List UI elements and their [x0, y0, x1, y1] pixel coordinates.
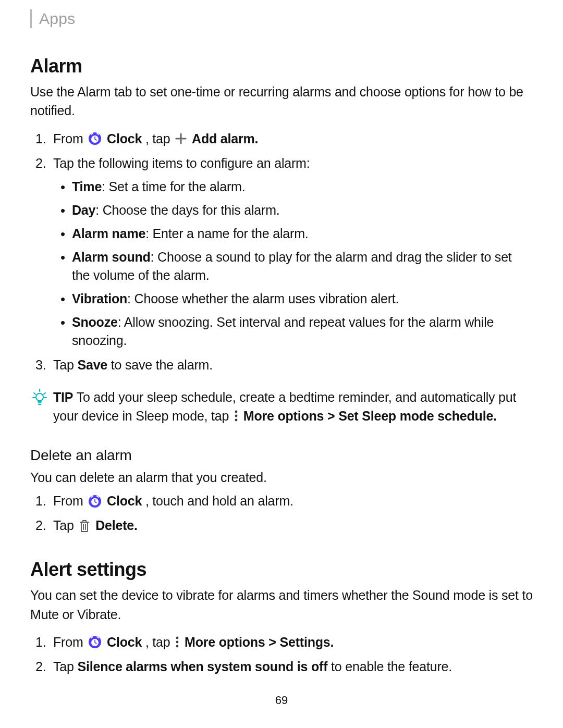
bullet-alarm-sound: Alarm sound: Choose a sound to play for … — [72, 248, 533, 285]
label: Vibration — [72, 291, 127, 306]
alarm-steps: From Clock , tap Add alarm. Tap t — [30, 130, 533, 374]
alarm-step-1: From Clock , tap Add alarm. — [53, 130, 533, 148]
text: , tap — [145, 131, 174, 146]
bullet-vibration: Vibration: Choose whether the alarm uses… — [72, 290, 533, 308]
text: Tap — [53, 659, 77, 674]
page-number: 69 — [0, 694, 563, 707]
label: Alarm name — [72, 226, 145, 241]
text: : Enter a name for the alarm. — [145, 226, 308, 241]
alarm-step-2: Tap the following items to configure an … — [53, 154, 533, 350]
text: From — [53, 131, 87, 146]
clock-label: Clock — [107, 131, 142, 146]
svg-point-13 — [176, 645, 179, 648]
bullet-snooze: Snooze: Allow snoozing. Set interval and… — [72, 313, 533, 350]
delete-alarm-steps: From Clock , touch and hold an alarm. Ta… — [30, 492, 533, 535]
text: From — [53, 493, 87, 508]
text: : Set a time for the alarm. — [102, 179, 245, 194]
alert-settings-steps: From Clock , tap More options > Setting — [30, 633, 533, 676]
more-options-label: More options > Settings. — [185, 635, 334, 649]
svg-point-12 — [176, 641, 179, 644]
delete-step-2: Tap Delete. — [53, 516, 533, 535]
svg-point-4 — [235, 411, 238, 413]
clock-icon — [88, 495, 102, 508]
text: Tap — [53, 518, 77, 533]
save-label: Save — [77, 357, 107, 372]
text: Tap — [53, 357, 77, 372]
delete-alarm-intro: You can delete an alarm that you created… — [30, 468, 533, 487]
more-options-icon — [234, 410, 238, 422]
breadcrumb-divider — [30, 9, 32, 28]
text: , touch and hold an alarm. — [145, 493, 293, 508]
svg-point-3 — [36, 393, 43, 401]
text: to save the alarm. — [107, 357, 213, 372]
page: Apps Alarm Use the Alarm tab to set one-… — [0, 0, 563, 728]
text: From — [53, 635, 87, 649]
tip-bold: More options > Set Sleep mode schedule. — [243, 409, 497, 423]
bullet-day: Day: Choose the days for this alarm. — [72, 201, 533, 219]
bullet-alarm-name: Alarm name: Enter a name for the alarm. — [72, 225, 533, 243]
text: Tap the following items to configure an … — [53, 156, 310, 170]
breadcrumb-text: Apps — [39, 10, 76, 28]
alert-settings-intro: You can set the device to vibrate for al… — [30, 586, 533, 624]
tip-label: TIP — [53, 390, 73, 404]
tip-text-wrap: TIP To add your sleep schedule, create a… — [53, 388, 533, 426]
alert-settings-heading: Alert settings — [30, 559, 533, 581]
breadcrumb: Apps — [30, 0, 533, 28]
add-alarm-label: Add alarm. — [192, 131, 258, 146]
text: , tap — [145, 635, 174, 649]
svg-point-5 — [235, 415, 238, 417]
delete-alarm-heading: Delete an alarm — [30, 447, 533, 464]
label: Day — [72, 203, 95, 217]
alarm-intro: Use the Alarm tab to set one-time or rec… — [30, 82, 533, 120]
label: Time — [72, 179, 102, 194]
text: to enable the feature. — [327, 659, 452, 674]
alarm-config-bullets: Time: Set a time for the alarm. Day: Cho… — [53, 178, 533, 350]
text: : Allow snoozing. Set interval and repea… — [72, 315, 494, 348]
label: Snooze — [72, 315, 118, 329]
alert-step-1: From Clock , tap More options > Setting — [53, 633, 533, 651]
alarm-heading: Alarm — [30, 55, 533, 77]
alert-step-2: Tap Silence alarms when system sound is … — [53, 658, 533, 676]
clock-label: Clock — [107, 635, 142, 649]
svg-point-11 — [176, 637, 179, 639]
svg-point-6 — [235, 419, 238, 422]
clock-icon — [88, 635, 102, 649]
clock-label: Clock — [107, 493, 142, 508]
tip-callout: TIP To add your sleep schedule, create a… — [30, 388, 533, 426]
add-icon — [175, 133, 187, 144]
more-options-icon — [175, 636, 179, 648]
tip-icon — [32, 388, 47, 424]
text: : Choose the days for this alarm. — [95, 203, 279, 217]
label: Alarm sound — [72, 250, 151, 264]
silence-label: Silence alarms when system sound is off — [77, 659, 327, 674]
delete-step-1: From Clock , touch and hold an alarm. — [53, 492, 533, 510]
delete-icon — [79, 519, 90, 533]
clock-icon — [88, 132, 102, 145]
delete-label: Delete. — [95, 518, 138, 533]
alarm-step-3: Tap Save to save the alarm. — [53, 356, 533, 374]
text: : Choose whether the alarm uses vibratio… — [127, 291, 399, 306]
bullet-time: Time: Set a time for the alarm. — [72, 178, 533, 196]
